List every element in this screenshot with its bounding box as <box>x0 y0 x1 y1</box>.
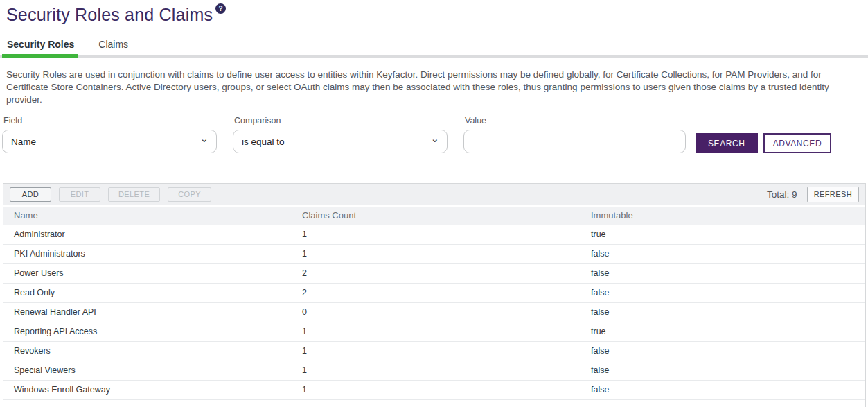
claims-count-cell: 1 <box>292 244 581 263</box>
roles-table-container: ADD EDIT DELETE COPY Total: 9 REFRESH Na… <box>3 183 866 407</box>
immutable-cell: false <box>581 341 865 361</box>
column-header-name[interactable]: Name <box>3 207 292 225</box>
immutable-cell: true <box>581 322 865 341</box>
security-roles-page: Security Roles and Claims? Security Role… <box>0 0 868 407</box>
immutable-cell: true <box>581 225 865 244</box>
claims-count-cell: 2 <box>292 283 581 302</box>
roles-table: Name Claims Count Immutable Administrato… <box>3 207 865 407</box>
column-header-immutable[interactable]: Immutable <box>581 207 865 225</box>
table-row[interactable]: Renewal Handler API 0 false <box>3 302 865 322</box>
claims-count-cell: 0 <box>292 302 581 322</box>
claims-count-cell: 1 <box>292 225 581 244</box>
value-filter-group: Value <box>463 116 686 153</box>
immutable-cell: false <box>581 361 865 380</box>
role-name-cell: Administrator <box>3 225 292 244</box>
role-name-cell: Renewal Handler API <box>3 302 292 322</box>
table-row[interactable]: Read Only 2 false <box>3 283 865 302</box>
field-filter-group: Field Name ⌄ <box>2 116 217 153</box>
page-description: Security Roles are used in conjunction w… <box>6 69 862 106</box>
delete-button[interactable]: DELETE <box>108 187 160 202</box>
tab-underline-track <box>0 54 868 58</box>
page-title: Security Roles and Claims? <box>0 0 868 24</box>
value-input-wrap <box>463 130 686 153</box>
claims-count-cell: 1 <box>292 361 581 380</box>
role-name-cell: Windows Enroll Gateway <box>3 380 292 399</box>
table-row[interactable]: Special Viewers 1 false <box>3 361 865 380</box>
claims-count-cell: 1 <box>292 322 581 341</box>
tab-underline-active <box>2 54 78 58</box>
advanced-button[interactable]: ADVANCED <box>763 133 832 153</box>
comparison-select[interactable]: is equal to <box>233 130 448 153</box>
table-row[interactable]: Windows Enroll Gateway 1 false <box>3 380 865 399</box>
table-row[interactable]: Administrator 1 true <box>3 225 865 244</box>
immutable-cell: false <box>581 283 865 302</box>
role-name-cell: Read Only <box>3 283 292 302</box>
table-header-row: Name Claims Count Immutable <box>3 207 865 225</box>
filter-buttons: SEARCH ADVANCED <box>696 133 831 153</box>
table-row[interactable]: Revokers 1 false <box>3 341 865 361</box>
value-label: Value <box>465 116 686 125</box>
claims-count-cell: 1 <box>292 380 581 399</box>
refresh-button[interactable]: REFRESH <box>807 187 859 202</box>
field-select-wrap: Name ⌄ <box>2 130 217 153</box>
toolbar-right: Total: 9 REFRESH <box>767 187 859 202</box>
search-filter-bar: Field Name ⌄ Comparison is equal to ⌄ Va… <box>2 116 868 153</box>
role-name-cell: Special Viewers <box>3 361 292 380</box>
field-label: Field <box>3 116 217 125</box>
claims-count-cell: 1 <box>292 341 581 361</box>
tab-security-roles[interactable]: Security Roles <box>2 39 79 51</box>
table-row[interactable]: PKI Administrators 1 false <box>3 244 865 263</box>
tab-bar: Security Roles Claims <box>2 39 868 51</box>
search-button[interactable]: SEARCH <box>696 133 758 153</box>
field-select[interactable]: Name <box>2 130 217 153</box>
empty-row <box>3 399 865 407</box>
column-header-claims-count[interactable]: Claims Count <box>292 207 581 225</box>
value-input[interactable] <box>463 130 686 153</box>
page-title-text: Security Roles and Claims <box>6 5 213 24</box>
comparison-label: Comparison <box>234 116 448 125</box>
role-name-cell: Reporting API Access <box>3 322 292 341</box>
tab-underline-base <box>0 55 868 58</box>
total-count: Total: 9 <box>767 189 797 200</box>
immutable-cell: false <box>581 380 865 399</box>
copy-button[interactable]: COPY <box>168 187 211 202</box>
immutable-cell: false <box>581 302 865 322</box>
roles-toolbar: ADD EDIT DELETE COPY Total: 9 REFRESH <box>3 184 865 207</box>
add-button[interactable]: ADD <box>10 187 51 202</box>
role-name-cell: Revokers <box>3 341 292 361</box>
table-row[interactable]: Reporting API Access 1 true <box>3 322 865 341</box>
immutable-cell: false <box>581 244 865 263</box>
comparison-select-wrap: is equal to ⌄ <box>233 130 448 153</box>
comparison-filter-group: Comparison is equal to ⌄ <box>233 116 448 153</box>
immutable-cell: false <box>581 263 865 283</box>
role-name-cell: Power Users <box>3 263 292 283</box>
claims-count-cell: 2 <box>292 263 581 283</box>
table-row[interactable]: Power Users 2 false <box>3 263 865 283</box>
edit-button[interactable]: EDIT <box>59 187 100 202</box>
role-name-cell: PKI Administrators <box>3 244 292 263</box>
help-icon[interactable]: ? <box>215 3 226 14</box>
roles-table-body: Administrator 1 true PKI Administrators … <box>3 225 865 407</box>
tab-claims[interactable]: Claims <box>94 39 133 51</box>
